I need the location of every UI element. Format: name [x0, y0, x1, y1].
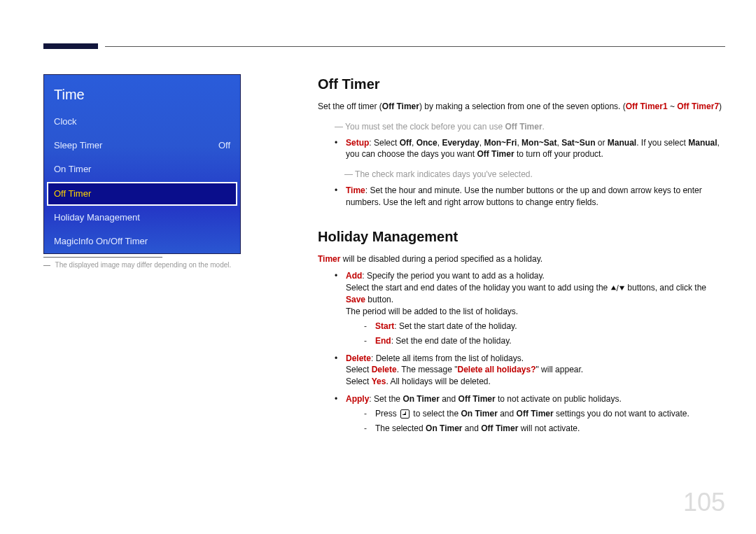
panel-title: Time	[44, 75, 240, 110]
holiday-intro: Timer will be disabled during a period s…	[318, 253, 725, 265]
menu-item-label: MagicInfo On/Off Timer	[54, 235, 148, 248]
menu-item-label: Sleep Timer	[54, 139, 102, 152]
holiday-end-subbullet: End: Set the end date of the holiday.	[360, 335, 725, 347]
holiday-delete-bullet: Delete: Delete all items from the list o…	[335, 353, 725, 388]
menu-item-off-timer[interactable]: Off Timer	[47, 182, 237, 206]
svg-marker-1	[620, 286, 624, 290]
svg-marker-0	[610, 286, 615, 290]
menu-item-label: Off Timer	[54, 188, 91, 200]
menu-item-label: On Timer	[54, 163, 91, 176]
header-accent-bar	[43, 43, 98, 49]
off-timer-clock-note: ― You must set the clock before you can …	[335, 121, 725, 133]
holiday-apply-bullet: Apply: Set the On Timer and Off Timer to…	[335, 393, 725, 434]
note-text: The displayed image may differ depending…	[55, 261, 232, 269]
menu-item-value: Off	[218, 139, 230, 152]
off-timer-checkmark-note: ― The check mark indicates days you've s…	[344, 169, 725, 181]
menu-item-label: Clock	[54, 115, 77, 128]
note-dash: ―	[43, 261, 50, 269]
holiday-apply-sub1: Press to select the On Timer and Off Tim…	[360, 408, 725, 420]
time-menu-panel: Time Clock Sleep Timer Off On Timer Off …	[43, 74, 241, 254]
enter-button-icon	[400, 409, 410, 419]
off-timer-heading: Off Timer	[318, 74, 725, 94]
header-rule	[105, 46, 725, 47]
menu-item-magicinfo-timer[interactable]: MagicInfo On/Off Timer	[44, 230, 240, 253]
holiday-start-subbullet: Start: Set the start date of the holiday…	[360, 321, 725, 332]
off-timer-setup-bullet: Setup: Select Off, Once, Everyday, Mon~F…	[335, 137, 725, 161]
holiday-apply-sub2: The selected On Timer and Off Timer will…	[360, 423, 725, 435]
menu-item-on-timer[interactable]: On Timer	[44, 157, 240, 181]
menu-item-label: Holiday Management	[54, 211, 140, 224]
off-timer-time-bullet: Time: Set the hour and minute. Use the n…	[335, 185, 725, 209]
menu-item-sleep-timer[interactable]: Sleep Timer Off	[44, 134, 240, 157]
holiday-add-bullet: Add: Specify the period you want to add …	[335, 270, 725, 346]
up-down-arrows-icon: /	[610, 283, 625, 295]
holiday-management-heading: Holiday Management	[318, 227, 725, 246]
page-content: Off Timer Set the off timer (Off Timer) …	[318, 69, 725, 440]
image-disclaimer-note: ― The displayed image may differ dependi…	[43, 257, 252, 270]
menu-item-clock[interactable]: Clock	[44, 110, 240, 134]
page-number: 105	[683, 485, 725, 520]
menu-item-holiday-management[interactable]: Holiday Management	[44, 206, 240, 230]
off-timer-intro: Set the off timer (Off Timer) by making …	[318, 101, 725, 113]
